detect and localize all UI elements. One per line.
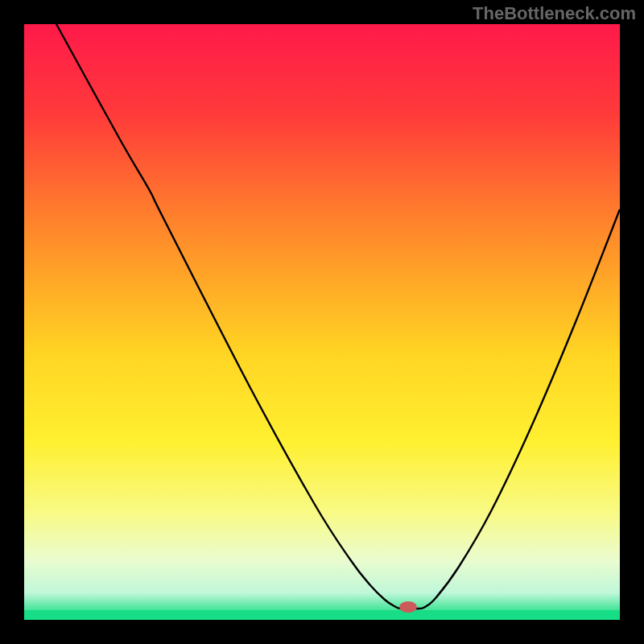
bottom-green-strip [24,610,620,620]
gradient-background [24,24,620,620]
plot-svg [24,24,620,620]
watermark-text: TheBottleneck.com [473,3,636,24]
min-point-marker [399,601,417,613]
plot-frame [24,24,620,620]
chart-container: TheBottleneck.com [0,0,644,644]
